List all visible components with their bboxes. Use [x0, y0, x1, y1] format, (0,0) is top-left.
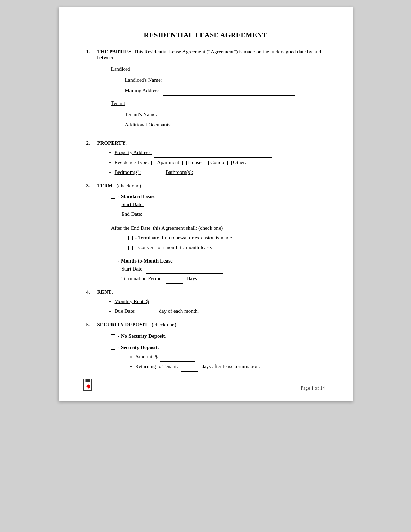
deposit-amount-label: Amount: $	[135, 354, 158, 360]
section-2-label: PROPERTY	[97, 140, 126, 146]
bathrooms-label: Bathroom(s):	[166, 169, 195, 175]
no-deposit-checkbox[interactable]	[111, 334, 115, 338]
returning-days-field[interactable]	[181, 371, 198, 372]
standard-lease-label: - Standard Lease	[118, 194, 155, 199]
tenant-name-row: Tenant's Name:	[125, 109, 325, 119]
standard-lease-block: - Standard Lease Start Date: End Date: A…	[111, 194, 325, 252]
deposit-checkbox[interactable]	[111, 346, 115, 350]
section-5: 5. SECURITY DEPOSIT . (check one) - No S…	[86, 322, 325, 372]
document-page: RESIDENTIAL LEASE AGREEMENT 1. THE PARTI…	[59, 7, 353, 401]
bedrooms-label: Bedroom(s):	[115, 169, 141, 175]
after-end-options: - Terminate if no renewal or extension i…	[128, 233, 325, 252]
section-1-content: THE PARTIES. This Residential Lease Agre…	[97, 49, 325, 135]
section-1-label: THE PARTIES	[97, 49, 132, 54]
section-1-number: 1.	[86, 49, 97, 135]
section-3-suffix: . (check one)	[114, 183, 141, 188]
due-date-suffix: day of each month.	[159, 308, 199, 314]
section-4-label: RENT	[97, 289, 112, 295]
standard-end-field[interactable]	[145, 219, 221, 219]
residence-type-label: Residence Type:	[115, 160, 149, 165]
additional-occupants-row: Additional Occupants:	[125, 119, 325, 130]
residence-type-item: Residence Type: Apartment House Condo Ot…	[115, 158, 325, 168]
convert-option-row: - Convert to a month-to-month lease.	[128, 242, 325, 252]
due-date-item: Due Date: day of each month.	[115, 306, 325, 316]
section-5-content: SECURITY DEPOSIT . (check one) - No Secu…	[97, 322, 325, 372]
landlord-name-label: Landlord's Name:	[125, 77, 162, 83]
section-4-content: RENT. Monthly Rent: $ Due Date: day of e…	[97, 289, 325, 316]
house-checkbox[interactable]	[182, 161, 187, 165]
bathrooms-field[interactable]	[196, 177, 213, 177]
section-3-content: TERM . (check one) - Standard Lease Star…	[97, 183, 325, 284]
terminate-label: - Terminate if no renewal or extension i…	[135, 235, 233, 240]
month-to-month-block: - Month-to-Month Lease Start Date: Termi…	[111, 258, 325, 284]
section-2-content: PROPERTY. Property Address: Residence Ty…	[97, 140, 325, 177]
section-5-label: SECURITY DEPOSIT	[97, 322, 148, 327]
returning-label: Returning to Tenant:	[135, 364, 178, 369]
footer-icon: e	[83, 378, 94, 394]
section-2: 2. PROPERTY. Property Address: Residence…	[86, 140, 325, 177]
other-checkbox[interactable]	[227, 161, 232, 165]
section-1: 1. THE PARTIES. This Residential Lease A…	[86, 49, 325, 135]
condo-checkbox[interactable]	[205, 161, 209, 165]
section-5-suffix: . (check one)	[149, 322, 176, 327]
month-start-label: Start Date:	[122, 266, 144, 272]
section-3-label: TERM	[97, 183, 113, 188]
bedrooms-bathrooms-item: Bedroom(s): Bathroom(s):	[115, 167, 325, 177]
monthly-rent-item: Monthly Rent: $	[115, 296, 325, 307]
bedrooms-field[interactable]	[143, 177, 161, 177]
standard-end-label: End Date:	[122, 211, 142, 217]
additional-occupants-field[interactable]	[175, 130, 306, 130]
house-label: House	[188, 160, 201, 165]
deposit-block: - Security Deposit. Amount: $ Returning …	[111, 345, 325, 372]
standard-lease-checkbox[interactable]	[111, 195, 115, 199]
terminate-option-row: - Terminate if no renewal or extension i…	[128, 233, 325, 243]
no-deposit-block: - No Security Deposit.	[111, 333, 325, 339]
landlord-label: Landlord	[111, 66, 325, 72]
property-address-item: Property Address:	[115, 148, 325, 158]
due-date-field[interactable]	[138, 316, 155, 316]
standard-start-label: Start Date:	[122, 202, 144, 207]
other-field[interactable]	[249, 167, 291, 167]
standard-lease-header: - Standard Lease	[111, 194, 325, 200]
month-to-month-checkbox[interactable]	[111, 259, 115, 263]
additional-occupants-label: Additional Occupants:	[125, 122, 172, 127]
convert-checkbox[interactable]	[128, 246, 133, 250]
section-4-number: 4.	[86, 289, 97, 316]
page-footer: Page 1 of 14	[301, 385, 325, 391]
days-label: Days	[186, 276, 197, 281]
termination-period-field[interactable]	[166, 283, 183, 284]
returning-to-tenant-item: Returning to Tenant: days after lease te…	[135, 362, 325, 372]
mailing-address-row: Mailing Address:	[125, 85, 325, 96]
section-3-number: 3.	[86, 183, 97, 284]
landlord-block: Landlord's Name: Mailing Address:	[125, 75, 325, 96]
deposit-header-row: - Security Deposit.	[111, 345, 325, 351]
condo-label: Condo	[210, 160, 224, 165]
terminate-checkbox[interactable]	[128, 236, 133, 240]
section-5-number: 5.	[86, 322, 97, 372]
tenant-block: Tenant's Name: Additional Occupants:	[125, 109, 325, 130]
month-to-month-label: - Month-to-Month Lease	[118, 258, 172, 264]
section-4-dot: .	[111, 289, 113, 295]
section-3: 3. TERM . (check one) - Standard Lease S…	[86, 183, 325, 284]
convert-label: - Convert to a month-to-month lease.	[135, 245, 212, 250]
other-label: Other:	[233, 160, 246, 165]
deposit-amount-item: Amount: $	[135, 352, 325, 362]
tenant-name-label: Tenant's Name:	[125, 112, 157, 117]
month-start-date-row: Start Date:	[122, 264, 325, 274]
document-title: RESIDENTIAL LEASE AGREEMENT	[86, 31, 325, 39]
returning-suffix: days after lease termination.	[202, 364, 260, 369]
deposit-label: - Security Deposit.	[118, 345, 159, 350]
after-end-date-text: After the End Date, this Agreement shall…	[111, 223, 325, 233]
section-2-dot: .	[125, 140, 127, 146]
standard-lease-fields: Start Date: End Date:	[122, 200, 325, 219]
mailing-address-label: Mailing Address:	[125, 88, 161, 93]
due-date-label: Due Date:	[115, 308, 136, 314]
property-list: Property Address: Residence Type: Apartm…	[111, 148, 325, 177]
standard-start-date-row: Start Date:	[122, 200, 325, 210]
section-2-number: 2.	[86, 140, 97, 177]
section-4: 4. RENT. Monthly Rent: $ Due Date: day o…	[86, 289, 325, 316]
rent-list: Monthly Rent: $ Due Date: day of each mo…	[111, 296, 325, 316]
month-to-month-fields: Start Date: Termination Period: Days	[122, 264, 325, 284]
apartment-checkbox[interactable]	[151, 161, 155, 165]
mailing-address-field[interactable]	[163, 95, 295, 96]
